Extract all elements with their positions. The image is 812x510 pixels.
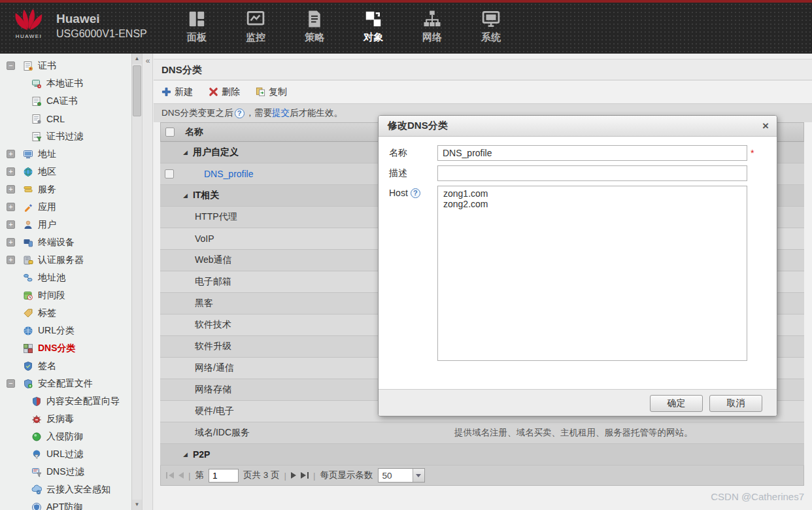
sidebar-item-content-security-wizard[interactable]: 内容安全配置向导 bbox=[0, 392, 131, 410]
expand-toggle-icon[interactable]: + bbox=[7, 150, 15, 158]
collapse-sidebar-icon[interactable]: « bbox=[143, 56, 152, 65]
next-page-button[interactable] bbox=[291, 472, 296, 479]
content-security-wizard-icon bbox=[31, 396, 42, 407]
sidebar-item-intrusion-prevention[interactable]: 入侵防御 bbox=[0, 428, 131, 445]
expand-toggle-icon[interactable]: + bbox=[7, 185, 15, 194]
collapse-toggle-icon[interactable]: − bbox=[7, 379, 15, 388]
new-button[interactable]: 新建 bbox=[161, 86, 193, 98]
sidebar-item-apt-defense[interactable]: APT防御 bbox=[0, 498, 131, 510]
sidebar-item-auth-server[interactable]: +认证服务器 bbox=[0, 251, 131, 269]
scrollbar-thumb[interactable] bbox=[133, 65, 141, 116]
dns-category-icon bbox=[23, 343, 33, 354]
name-column-header: 名称 bbox=[185, 126, 203, 138]
page-number-input[interactable] bbox=[209, 469, 239, 483]
sidebar-item-certificate-filter[interactable]: 证书过滤 bbox=[0, 128, 131, 145]
group-label: P2P bbox=[193, 449, 210, 460]
nav-item-network[interactable]: 网络 bbox=[411, 7, 454, 44]
row-checkbox[interactable] bbox=[165, 169, 174, 178]
description-field[interactable] bbox=[437, 165, 747, 181]
sidebar-item-antivirus[interactable]: 反病毒 bbox=[0, 410, 131, 428]
close-icon[interactable]: × bbox=[762, 120, 769, 131]
copy-button[interactable]: 复制 bbox=[256, 86, 287, 98]
sidebar-item-label: 内容安全配置向导 bbox=[46, 396, 120, 407]
select-all-checkbox[interactable] bbox=[165, 128, 175, 137]
sidebar-item-service[interactable]: +服务 bbox=[0, 180, 131, 198]
chevron-down-icon[interactable] bbox=[413, 469, 424, 482]
sidebar-item-tag[interactable]: 标签 bbox=[0, 304, 131, 322]
sidebar-item-label: 认证服务器 bbox=[38, 254, 84, 266]
sidebar-item-dns-filter[interactable]: DNS过滤 bbox=[0, 463, 131, 481]
nav-item-policy[interactable]: 策略 bbox=[293, 7, 336, 44]
sidebar-item-security-profile[interactable]: −安全配置文件 bbox=[0, 375, 131, 392]
collapse-toggle-icon[interactable]: − bbox=[7, 61, 15, 70]
main-nav: 面板监控策略对象网络系统 bbox=[175, 7, 513, 44]
auth-server-icon bbox=[23, 255, 33, 265]
sidebar-item-label: 入侵防御 bbox=[46, 431, 83, 443]
row-name: 黑客 bbox=[195, 298, 213, 309]
url-filter-icon bbox=[31, 449, 42, 460]
sidebar-scrollbar[interactable]: ▲ ▼ bbox=[131, 54, 142, 510]
sidebar-item-user[interactable]: +用户 bbox=[0, 216, 131, 233]
nav-item-dashboard[interactable]: 面板 bbox=[175, 7, 218, 44]
sidebar-item-url-category[interactable]: URL分类 bbox=[0, 322, 131, 339]
sidebar-item-label: 用户 bbox=[38, 219, 56, 231]
cancel-button[interactable]: 取消 bbox=[709, 395, 762, 412]
nav-item-monitoring[interactable]: 监控 bbox=[234, 7, 277, 44]
top-navbar: HUAWEI Huawei USG6000V1-ENSP 面板监控策略对象网络系… bbox=[0, 3, 812, 54]
name-field[interactable] bbox=[437, 145, 747, 161]
dialog-title: 修改DNS分类 bbox=[388, 120, 762, 132]
apt-defense-icon bbox=[31, 502, 42, 510]
expand-toggle-icon[interactable]: + bbox=[7, 220, 15, 229]
expand-toggle-icon[interactable]: + bbox=[7, 167, 15, 176]
panel-splitter[interactable]: « bbox=[143, 54, 153, 510]
last-page-button[interactable] bbox=[301, 472, 309, 479]
sidebar-item-dns-category[interactable]: DNS分类 bbox=[0, 339, 131, 357]
sidebar-item-application[interactable]: +应用 bbox=[0, 198, 131, 216]
sidebar-item-region[interactable]: +地区 bbox=[0, 163, 131, 180]
sidebar-item-time-range[interactable]: 时间段 bbox=[0, 286, 131, 304]
sidebar-item-certificate[interactable]: −证书 bbox=[0, 57, 131, 75]
group-expand-icon[interactable]: ◢ bbox=[183, 192, 188, 199]
per-page-select[interactable]: 50 bbox=[378, 468, 425, 483]
sidebar-item-url-filter[interactable]: URL过滤 bbox=[0, 445, 131, 463]
huawei-flower-icon bbox=[14, 8, 43, 33]
help-icon[interactable]: ? bbox=[235, 109, 245, 118]
url-category-icon bbox=[23, 326, 33, 336]
host-field[interactable]: zong1.com zong2.com bbox=[437, 186, 747, 361]
prev-page-button[interactable] bbox=[178, 472, 184, 479]
group-expand-icon[interactable]: ◢ bbox=[183, 149, 188, 156]
sidebar-item-cloud-access[interactable]: 云接入安全感知 bbox=[0, 481, 131, 498]
row-name-link[interactable]: DNS_profile bbox=[204, 169, 253, 179]
expand-toggle-icon[interactable]: + bbox=[7, 256, 15, 264]
sidebar-item-label: 地区 bbox=[38, 166, 56, 178]
group-expand-icon[interactable]: ◢ bbox=[183, 451, 188, 458]
table-row[interactable]: ◢P2P bbox=[160, 444, 804, 466]
sidebar-item-address-pool[interactable]: 地址池 bbox=[0, 269, 131, 286]
sidebar-item-label: APT防御 bbox=[46, 502, 82, 510]
copy-icon bbox=[256, 87, 265, 97]
host-help-icon[interactable]: ? bbox=[411, 188, 420, 198]
security-profile-icon bbox=[23, 379, 33, 389]
delete-button[interactable]: 删除 bbox=[209, 86, 240, 98]
service-icon bbox=[23, 184, 33, 195]
expand-toggle-icon[interactable]: + bbox=[7, 203, 15, 211]
table-row[interactable]: 域名/IDC服务提供域名注册、域名买卖、主机租用、服务器托管等的网站。 bbox=[160, 422, 804, 444]
submit-link[interactable]: 提交 bbox=[272, 107, 290, 119]
scroll-up-icon[interactable]: ▲ bbox=[132, 54, 142, 64]
nav-item-object[interactable]: 对象 bbox=[352, 7, 395, 44]
row-name: 硬件/电子 bbox=[195, 405, 234, 417]
scroll-down-icon[interactable]: ▼ bbox=[132, 500, 142, 510]
sidebar-item-signature[interactable]: 签名 bbox=[0, 357, 131, 375]
nav-item-system[interactable]: 系统 bbox=[469, 7, 513, 44]
sidebar-item-local-certificate[interactable]: 本地证书 bbox=[0, 75, 131, 92]
pagination-bar: | 第 页共 3 页 | | 每页显示条数 50 bbox=[160, 466, 804, 486]
object-icon bbox=[364, 9, 383, 29]
ok-button[interactable]: 确定 bbox=[650, 395, 703, 412]
sidebar-item-terminal-device[interactable]: +终端设备 bbox=[0, 233, 131, 251]
sidebar-item-address[interactable]: +地址 bbox=[0, 145, 131, 163]
expand-toggle-icon[interactable]: + bbox=[7, 238, 15, 246]
sidebar-item-ca-certificate[interactable]: CA证书 bbox=[0, 92, 131, 110]
sidebar-item-crl[interactable]: CRL bbox=[0, 110, 131, 128]
nav-label: 监控 bbox=[246, 31, 265, 44]
first-page-button[interactable] bbox=[166, 472, 174, 479]
